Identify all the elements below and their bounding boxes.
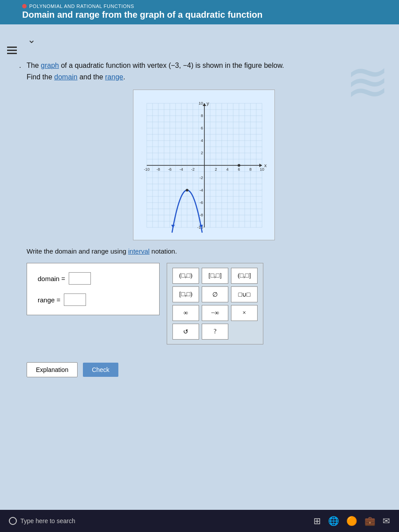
input-section: domain = range = (□,□) [□,□] (□,□] [□,□)… bbox=[27, 263, 381, 344]
range-row: range = bbox=[38, 293, 149, 306]
search-icon bbox=[9, 517, 17, 525]
symbol-palette: (□,□) [□,□] (□,□] [□,□) ∅ □∪□ ∞ −∞ × ↺ ? bbox=[167, 263, 263, 344]
symbol-question[interactable]: ? bbox=[202, 324, 228, 340]
taskbar-icon-5[interactable]: ✉ bbox=[383, 516, 390, 526]
taskbar: Type here to search ⊞ 🌐 🟠 💼 ✉ bbox=[0, 510, 399, 532]
domain-range-box: domain = range = bbox=[27, 263, 160, 315]
taskbar-icons: ⊞ 🌐 🟠 💼 ✉ bbox=[313, 516, 390, 526]
category-label: POLYNOMIAL AND RATIONAL FUNCTIONS bbox=[22, 4, 392, 9]
taskbar-icon-3[interactable]: 🟠 bbox=[346, 516, 357, 526]
graph-link[interactable]: graph bbox=[41, 62, 59, 69]
problem-text-5: . bbox=[123, 73, 125, 81]
symbol-neg-infinity[interactable]: −∞ bbox=[202, 305, 228, 321]
domain-row: domain = bbox=[38, 272, 149, 285]
taskbar-icon-1[interactable]: ⊞ bbox=[313, 516, 321, 526]
bottom-buttons: Explanation Check bbox=[27, 362, 381, 377]
problem-text-2: of a quadratic function with vertex (−3,… bbox=[59, 62, 284, 69]
bullet-point: • bbox=[20, 65, 21, 69]
symbol-times[interactable]: × bbox=[231, 305, 258, 321]
symbol-open-open[interactable]: (□,□) bbox=[172, 268, 199, 284]
symbol-undo[interactable]: ↺ bbox=[172, 324, 199, 340]
problem-text-3: Find the bbox=[27, 73, 54, 81]
category-dot bbox=[22, 4, 27, 8]
domain-input[interactable] bbox=[69, 272, 91, 285]
write-text-prefix: Write the domain and range using bbox=[27, 247, 128, 255]
problem-text-4: and the bbox=[78, 73, 105, 81]
write-text-suffix: notation. bbox=[149, 247, 177, 255]
problem-text-1: The bbox=[27, 62, 41, 69]
symbol-closed-closed[interactable]: [□,□] bbox=[202, 268, 228, 284]
problem-statement: The graph of a quadratic function with v… bbox=[27, 33, 381, 82]
taskbar-icon-4[interactable]: 💼 bbox=[364, 516, 376, 526]
range-link[interactable]: range bbox=[105, 73, 123, 81]
taskbar-search[interactable]: Type here to search bbox=[9, 517, 75, 525]
range-input[interactable] bbox=[64, 293, 86, 306]
symbol-union[interactable]: □∪□ bbox=[231, 286, 258, 302]
graph-canvas bbox=[133, 90, 275, 240]
check-button[interactable]: Check bbox=[83, 363, 118, 377]
top-bar: POLYNOMIAL AND RATIONAL FUNCTIONS Domain… bbox=[0, 0, 399, 24]
explanation-button[interactable]: Explanation bbox=[27, 362, 78, 377]
symbol-infinity[interactable]: ∞ bbox=[172, 305, 199, 321]
symbol-open-closed[interactable]: (□,□] bbox=[231, 268, 258, 284]
range-label: range = bbox=[38, 296, 60, 304]
chevron-down-icon[interactable]: ⌄ bbox=[27, 34, 35, 46]
write-instruction: Write the domain and range using interva… bbox=[27, 247, 381, 255]
symbol-closed-open[interactable]: [□,□) bbox=[172, 286, 199, 302]
page-title: Domain and range from the graph of a qua… bbox=[22, 10, 392, 20]
category-text: POLYNOMIAL AND RATIONAL FUNCTIONS bbox=[29, 4, 134, 9]
taskbar-icon-2[interactable]: 🌐 bbox=[328, 516, 339, 526]
graph-container bbox=[133, 90, 275, 240]
main-content: ⌄ • ≋ The graph of a quadratic function … bbox=[0, 24, 399, 512]
domain-label: domain = bbox=[38, 275, 65, 282]
symbol-empty-set[interactable]: ∅ bbox=[202, 286, 228, 302]
hamburger-menu[interactable] bbox=[7, 47, 17, 54]
interval-link[interactable]: interval bbox=[128, 247, 149, 255]
domain-link[interactable]: domain bbox=[54, 73, 77, 81]
search-label[interactable]: Type here to search bbox=[20, 517, 75, 524]
